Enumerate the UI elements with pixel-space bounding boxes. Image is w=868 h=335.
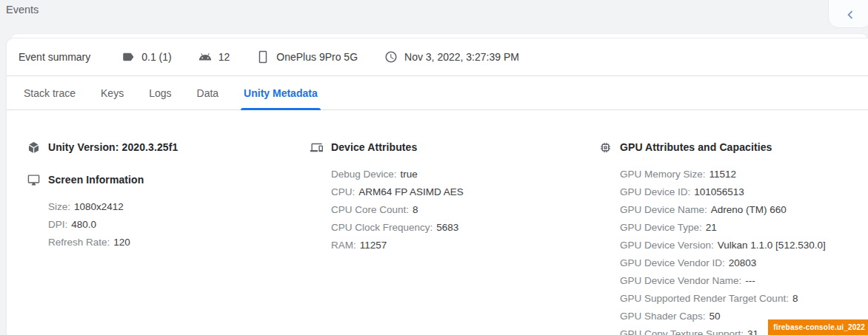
metadata-column: GPU Attributes and CapacitiesGPU Memory … (599, 140, 868, 335)
watermark: firebase-console.ui_2022 (768, 319, 868, 335)
clock-icon (384, 50, 398, 64)
metadata-row: GPU Device Vendor Name:--- (620, 272, 868, 290)
row-label: GPU Device Name: (620, 204, 707, 215)
monitor-icon (27, 174, 40, 186)
row-value: 101056513 (694, 186, 744, 197)
event-summary-items: 0.1 (1)12OnePlus 9Pro 5GNov 3, 2022, 3:2… (121, 50, 546, 64)
metadata-row: GPU Device Type:21 (620, 219, 868, 237)
event-summary-bar: Event summary 0.1 (1)12OnePlus 9Pro 5GNo… (7, 38, 868, 76)
row-label: Debug Device: (331, 169, 397, 180)
row-value: 5683 (436, 222, 458, 233)
row-value: Vulkan 1.1.0 [512.530.0] (718, 240, 826, 251)
version-tag-icon (121, 50, 135, 64)
phone-icon (256, 50, 270, 64)
unity-metadata-content: Unity Version: 2020.3.25f1Screen Informa… (7, 110, 868, 335)
row-label: GPU Device Vendor Name: (620, 275, 741, 286)
row-value: 31 (747, 328, 758, 335)
section-title: GPU Attributes and Capacities (620, 141, 772, 153)
summary-item-text: Nov 3, 2022, 3:27:39 PM (404, 51, 519, 63)
section-gpu-attributes-and-capacities: GPU Attributes and CapacitiesGPU Memory … (599, 140, 868, 335)
section-rows: GPU Memory Size:11512GPU Device ID:10105… (620, 166, 868, 335)
chevron-left-icon (842, 7, 858, 23)
row-value: 480.0 (71, 219, 96, 230)
tab-data[interactable]: Data (184, 76, 232, 109)
row-value: 8 (792, 293, 798, 304)
section-header: Device Attributes (310, 140, 599, 155)
row-value: 20803 (729, 257, 757, 268)
row-label: CPU: (331, 186, 355, 197)
page-title: Events (6, 4, 39, 16)
devices-icon (310, 141, 323, 154)
row-label: GPU Device Vendor ID: (620, 257, 725, 268)
row-label: GPU Device ID: (620, 186, 690, 197)
metadata-row: GPU Device Version:Vulkan 1.1.0 [512.530… (620, 237, 868, 254)
metadata-row: Debug Device:true (331, 166, 599, 183)
summary-item-text: OnePlus 9Pro 5G (276, 51, 358, 63)
row-label: Size: (48, 201, 70, 212)
section-rows: Debug Device:trueCPU:ARM64 FP ASIMD AESC… (331, 166, 599, 254)
tab-stack-trace[interactable]: Stack trace (11, 76, 88, 109)
section-title: Device Attributes (331, 141, 417, 153)
row-label: GPU Device Type: (620, 222, 702, 233)
row-value: 8 (413, 204, 418, 215)
row-label: GPU Device Version: (620, 240, 714, 251)
metadata-row: DPI:480.0 (48, 216, 310, 234)
row-value: true (401, 169, 418, 180)
section-title: Screen Information (48, 174, 144, 186)
section-header: GPU Attributes and Capacities (599, 140, 868, 155)
row-value: 1080x2412 (74, 201, 124, 212)
section-header: Screen Information (27, 172, 310, 187)
event-summary-label: Event summary (19, 51, 90, 63)
section-device-attributes: Device AttributesDebug Device:trueCPU:AR… (310, 140, 599, 254)
metadata-row: Refresh Rate:120 (48, 234, 310, 251)
row-label: CPU Clock Frequency: (331, 222, 433, 233)
row-label: GPU Shader Caps: (620, 311, 706, 322)
summary-item-text: 12 (218, 51, 230, 63)
row-label: DPI: (48, 219, 67, 230)
row-value: 11257 (360, 240, 387, 251)
summary-item-phone: OnePlus 9Pro 5G (256, 50, 358, 64)
summary-item-android: 12 (198, 50, 230, 64)
metadata-column: Device AttributesDebug Device:trueCPU:AR… (310, 140, 599, 335)
tab-unity-metadata[interactable]: Unity Metadata (231, 76, 330, 109)
section-header: Unity Version: 2020.3.25f1 (27, 140, 310, 155)
metadata-row: CPU Clock Frequency:5683 (331, 219, 599, 237)
row-value: 21 (706, 222, 717, 233)
metadata-row: CPU:ARM64 FP ASIMD AES (331, 183, 599, 201)
row-value: 11512 (710, 169, 737, 180)
summary-item-text: 0.1 (1) (141, 51, 171, 63)
section-title: Unity Version: 2020.3.25f1 (48, 141, 178, 153)
metadata-column: Unity Version: 2020.3.25f1Screen Informa… (27, 140, 310, 335)
android-icon (198, 50, 212, 64)
back-button[interactable] (828, 0, 868, 28)
row-value: Adreno (TM) 660 (711, 204, 787, 215)
metadata-row: GPU Supported Render Target Count:8 (620, 290, 868, 308)
metadata-row: GPU Device ID:101056513 (620, 183, 868, 201)
metadata-row: Size:1080x2412 (48, 198, 310, 216)
metadata-row: GPU Device Name:Adreno (TM) 660 (620, 201, 868, 219)
row-label: GPU Supported Render Target Count: (620, 293, 789, 304)
metadata-row: GPU Device Vendor ID:20803 (620, 254, 868, 272)
section-unity-version-2020-3-25f1: Unity Version: 2020.3.25f1 (27, 140, 310, 155)
metadata-row: GPU Memory Size:11512 (620, 166, 868, 183)
row-label: CPU Core Count: (331, 204, 409, 215)
unity-icon (27, 141, 40, 154)
row-value: --- (745, 275, 755, 286)
tab-logs[interactable]: Logs (136, 76, 184, 109)
section-screen-information: Screen InformationSize:1080x2412DPI:480.… (27, 172, 310, 251)
row-label: GPU Memory Size: (620, 169, 706, 180)
tab-keys[interactable]: Keys (88, 76, 136, 109)
row-label: GPU Copy Texture Support: (620, 328, 744, 335)
summary-item-clock: Nov 3, 2022, 3:27:39 PM (384, 50, 519, 64)
row-value: 50 (710, 311, 721, 322)
tabs-bar: Stack traceKeysLogsDataUnity Metadata (7, 76, 868, 110)
event-card: Event summary 0.1 (1)12OnePlus 9Pro 5GNo… (6, 38, 868, 335)
metadata-row: CPU Core Count:8 (331, 201, 599, 219)
gpu-chip-icon (599, 141, 612, 154)
summary-item-version-tag: 0.1 (1) (121, 50, 171, 64)
row-label: RAM: (331, 240, 356, 251)
row-label: Refresh Rate: (48, 237, 110, 248)
row-value: ARM64 FP ASIMD AES (358, 186, 464, 197)
section-rows: Size:1080x2412DPI:480.0Refresh Rate:120 (48, 198, 310, 251)
metadata-row: RAM:11257 (331, 237, 599, 254)
